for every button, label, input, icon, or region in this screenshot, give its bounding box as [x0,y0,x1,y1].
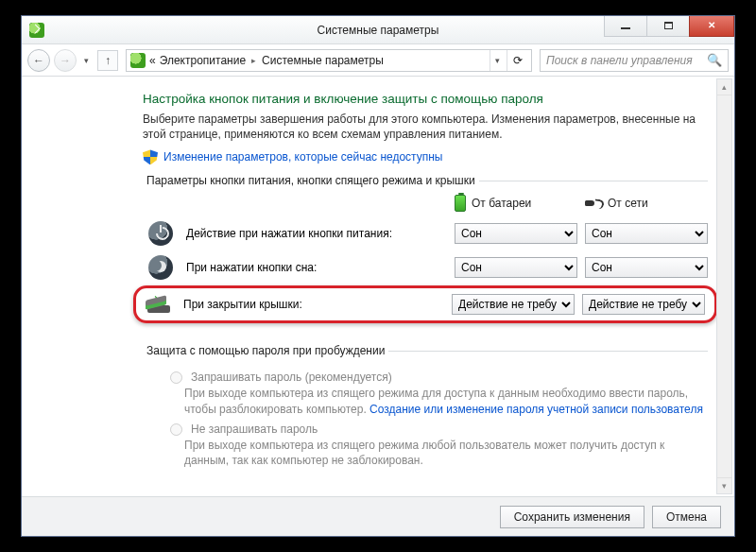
address-bar[interactable]: « Электропитание ▸ Системные параметры ▾… [126,49,532,72]
column-header-ac: От сети [585,197,708,210]
nav-bar: ← → ▾ ↑ « Электропитание ▸ Системные пар… [22,44,734,77]
plug-icon [585,198,602,208]
lid-icon: ↘ [146,296,172,313]
cancel-button[interactable]: Отмена [652,506,721,528]
power-button-battery-select[interactable]: Сон [455,223,577,244]
group-legend: Параметры кнопки питания, кнопки спящего… [143,174,479,187]
scroll-up-icon[interactable]: ▴ [717,79,731,95]
radio-description: При выходе компьютера из спящего режима … [184,386,708,416]
refresh-button[interactable]: ⟳ [507,50,527,71]
address-dropdown[interactable]: ▾ [490,50,505,71]
sleep-button-battery-select[interactable]: Сон [455,257,577,278]
sleep-button-ac-select[interactable]: Сон [585,257,708,278]
breadcrumb-item[interactable]: Электропитание [160,54,246,67]
window-title: Системные параметры [22,24,734,37]
chevron-right-icon: ▸ [251,56,256,65]
power-button-ac-select[interactable]: Сон [585,223,708,244]
breadcrumb-sep: « [149,54,156,67]
up-button[interactable]: ↑ [97,50,118,71]
change-unavailable-link[interactable]: Изменение параметров, которые сейчас нед… [163,150,443,164]
column-header-battery: От батареи [455,195,577,212]
row-label: Действие при нажатии кнопки питания: [186,227,447,240]
battery-icon [455,195,466,212]
create-password-link[interactable]: Создание или изменение пароля учетной за… [369,403,703,416]
breadcrumb-item[interactable]: Системные параметры [262,54,384,67]
search-placeholder: Поиск в панели управления [546,54,693,67]
content-area: ▴ ▾ Настройка кнопок питания и включение… [22,77,734,496]
lid-close-battery-select[interactable]: Действие не требуется [452,294,575,315]
page-description: Выберите параметры завершения работы для… [143,112,708,142]
shield-icon [143,149,158,164]
power-buttons-group: Параметры кнопки питания, кнопки спящего… [143,174,708,335]
forward-button[interactable]: → [54,49,77,72]
radio-description: При выходе компьютера из спящего режима … [184,438,708,468]
radio-label: Не запрашивать пароль [191,423,318,436]
group-legend: Защита с помощью пароля при пробуждении [143,344,388,357]
lid-close-row-highlight: ↘ При закрытии крышки: Действие не требу… [133,285,717,323]
back-button[interactable]: ← [27,49,50,72]
power-icon [130,53,146,68]
require-password-radio [170,371,182,384]
footer: Сохранить изменения Отмена [22,496,734,536]
window: Системные параметры ✕ ← → ▾ ↑ « Электроп… [21,15,735,537]
search-icon: 🔍 [707,53,722,67]
history-dropdown[interactable]: ▾ [80,49,92,72]
row-label: При нажатии кнопки сна: [186,261,447,274]
scroll-down-icon[interactable]: ▾ [717,477,731,493]
titlebar: Системные параметры ✕ [22,16,734,44]
page-heading: Настройка кнопок питания и включение защ… [143,92,708,106]
scrollbar[interactable]: ▴ ▾ [716,78,732,494]
radio-label: Запрашивать пароль (рекомендуется) [191,371,392,384]
sleep-button-icon [148,255,173,280]
no-password-radio [170,423,182,436]
power-button-icon [148,221,173,246]
save-button[interactable]: Сохранить изменения [500,506,644,528]
password-group: Защита с помощью пароля при пробуждении … [143,344,708,479]
row-label: При закрытии крышки: [183,298,444,311]
search-input[interactable]: Поиск в панели управления 🔍 [540,49,729,72]
lid-close-ac-select[interactable]: Действие не требуется [582,294,705,315]
